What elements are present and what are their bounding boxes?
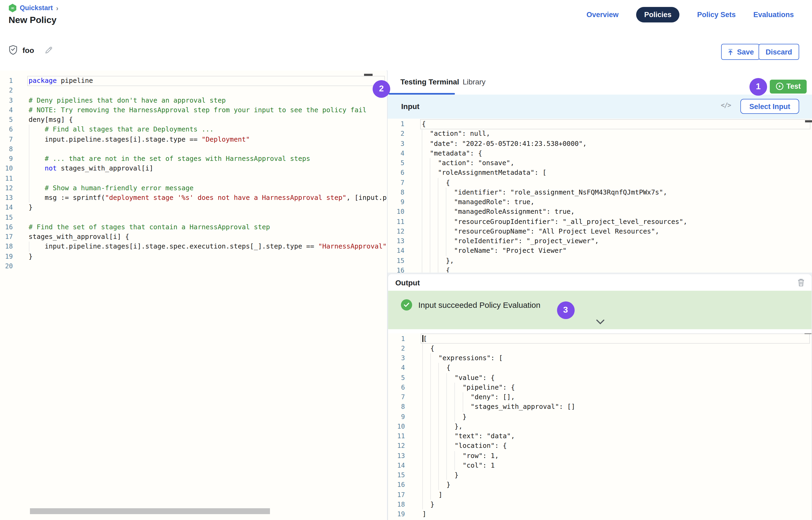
line-number: 5 <box>0 115 13 125</box>
code-line: 18 input.pipeline.stages[i].stage.spec.e… <box>0 242 386 252</box>
code-line: 17 ] <box>388 490 811 500</box>
input-section-header: Input </> Select Input <box>387 95 812 119</box>
code-line: 5 "value": { <box>388 373 811 383</box>
line-number: 3 <box>0 96 13 105</box>
line-number: 7 <box>0 134 13 144</box>
line-number: 5 <box>387 158 404 168</box>
code-line: 10 "managedRoleAssignment": true, <box>387 207 812 217</box>
line-number: 9 <box>387 197 404 207</box>
code-line: 9 } <box>388 412 811 422</box>
policy-code-editor[interactable]: 1package pipeline23# Deny pipelines that… <box>0 71 386 520</box>
select-input-button[interactable]: Select Input <box>740 99 799 114</box>
code-line: 8 "identifier": "role_assignment_NsFQM43… <box>387 188 812 198</box>
code-line: 15 }, <box>387 256 812 266</box>
line-number: 6 <box>387 168 404 178</box>
page-title: New Policy <box>8 15 57 26</box>
tab-testing-terminal[interactable]: Testing Terminal <box>400 77 459 86</box>
line-number: 13 <box>0 193 13 203</box>
testing-panel: Testing Terminal Library Input </> Selec… <box>387 71 812 520</box>
page-header: ∞ Quickstart › New Policy Overview Polic… <box>0 0 812 34</box>
line-number: 8 <box>387 188 404 198</box>
code-line: 8 <box>0 144 386 154</box>
tab-library[interactable]: Library <box>463 77 486 86</box>
code-line: 16# Find the set of stages that contain … <box>0 222 386 232</box>
code-line: 10 }, <box>388 422 811 432</box>
code-line: 16 } <box>388 480 811 490</box>
line-number: 10 <box>388 422 405 432</box>
code-line: 1{ <box>387 119 812 129</box>
output-title: Output <box>395 279 420 287</box>
policy-name: foo <box>22 46 34 54</box>
harness-logo-icon: ∞ <box>8 4 17 12</box>
line-number: 14 <box>388 461 405 471</box>
code-line: 15 <box>0 212 386 222</box>
line-number: 16 <box>388 480 405 490</box>
policy-name-group: foo <box>8 45 53 55</box>
breadcrumb: ∞ Quickstart › <box>8 4 58 12</box>
code-line: 13 msg := sprintf("deployment stage '%s'… <box>0 193 386 203</box>
input-json-editor[interactable]: 1{2 "action": null,3 "date": "2022-05-05… <box>387 119 812 272</box>
code-line: 3# Deny pipelines that don't have an app… <box>0 96 386 105</box>
test-button[interactable]: Test <box>770 79 807 93</box>
code-line: 7 "deny": [], <box>388 392 811 402</box>
svg-text:∞: ∞ <box>11 5 15 11</box>
output-section-header: Output <box>388 274 811 291</box>
discard-button[interactable]: Discard <box>759 44 799 60</box>
nav-policies-active[interactable]: Policies <box>636 7 680 22</box>
play-circle-icon <box>776 82 784 90</box>
line-number: 11 <box>387 217 404 227</box>
code-line: 17stages_with_approval[i] { <box>0 232 386 242</box>
code-line: 7 input.pipeline.stages[i].stage.type ==… <box>0 134 386 144</box>
line-number: 19 <box>0 252 13 261</box>
code-line: 3 "date": "2022-05-05T20:41:23.538+0000"… <box>387 139 812 149</box>
code-line: 5 "action": "onsave", <box>387 158 812 168</box>
code-line: 7 { <box>387 178 812 188</box>
code-line: 11 "resourceGroupIdentifier": "_all_proj… <box>387 217 812 227</box>
policy-toolbar: foo Save Discard <box>0 33 812 71</box>
save-label: Save <box>737 48 754 56</box>
trash-icon[interactable] <box>797 278 805 287</box>
chevron-down-icon[interactable] <box>596 319 604 324</box>
code-line: 14 "col": 1 <box>388 461 811 471</box>
code-line: 19] <box>388 509 811 519</box>
code-line: 6 "roleAssignmentMetadata": [ <box>387 168 812 178</box>
code-line: 9 "managedRole": true, <box>387 197 812 207</box>
nav-overview[interactable]: Overview <box>586 11 618 19</box>
line-number: 13 <box>387 236 404 246</box>
step-badge-3: 3 <box>557 301 575 319</box>
code-brackets-icon[interactable]: </> <box>721 102 731 109</box>
panel-tabs: Testing Terminal Library <box>387 71 812 95</box>
line-number: 16 <box>387 266 404 273</box>
editor-scroll-thumb[interactable] <box>805 120 812 122</box>
output-json-editor[interactable]: 1[2 {3 "expressions": [4 {5 "value": {6 … <box>388 334 811 520</box>
line-number: 20 <box>0 261 13 271</box>
editor-scroll-thumb[interactable] <box>364 74 373 76</box>
save-button[interactable]: Save <box>721 44 760 60</box>
line-number: 9 <box>0 154 13 164</box>
nav-evaluations[interactable]: Evaluations <box>753 11 794 19</box>
line-number: 4 <box>0 105 13 115</box>
nav-policy-sets[interactable]: Policy Sets <box>697 11 736 19</box>
breadcrumb-link[interactable]: Quickstart <box>20 4 53 12</box>
horizontal-scrollbar[interactable] <box>30 508 270 514</box>
code-line: 2 <box>0 86 386 96</box>
line-number: 1 <box>388 334 405 344</box>
line-number: 1 <box>0 76 13 86</box>
shield-check-icon <box>8 45 18 55</box>
select-input-label: Select Input <box>749 102 790 110</box>
code-line: 19} <box>0 252 386 261</box>
line-number: 3 <box>388 353 405 363</box>
code-line: 12 "resourceGroupName": "All Project Lev… <box>387 227 812 236</box>
line-number: 9 <box>388 412 405 422</box>
step-badge-2: 2 <box>373 80 390 98</box>
step-badge-1: 1 <box>750 78 767 96</box>
line-number: 13 <box>388 451 405 461</box>
edit-pencil-icon[interactable] <box>44 46 53 54</box>
code-line: 2 { <box>388 344 811 354</box>
line-number: 3 <box>387 139 404 149</box>
code-line: 14} <box>0 203 386 213</box>
input-title: Input <box>401 102 420 111</box>
output-card: Output Input succeeded Policy Evaluati <box>387 274 812 520</box>
code-line: 6 "pipeline": { <box>388 383 811 393</box>
code-line: 11 "text": "data", <box>388 431 811 441</box>
